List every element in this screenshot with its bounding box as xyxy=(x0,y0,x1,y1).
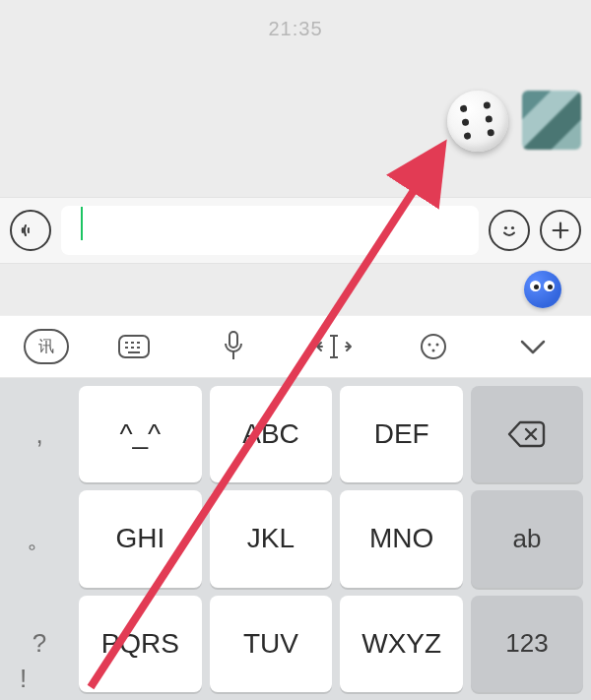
voice-input-button[interactable] xyxy=(10,210,51,251)
voice-waves-icon xyxy=(19,219,42,242)
key-def[interactable]: DEF xyxy=(340,386,463,482)
key-label: WXYZ xyxy=(361,628,441,660)
key-label: 。 xyxy=(27,522,52,556)
keyboard: , ^_^ ABC DEF 。 GHI JKL MNO ab ? PQRS TU… xyxy=(0,378,591,700)
face-icon xyxy=(419,332,448,361)
floating-emoji-button[interactable] xyxy=(524,271,561,308)
key-label: , xyxy=(35,419,42,450)
svg-point-10 xyxy=(427,344,430,347)
svg-point-9 xyxy=(422,335,445,358)
key-jkl[interactable]: JKL xyxy=(210,490,333,587)
chat-area: 21:35 xyxy=(0,0,591,197)
collapse-keyboard-button[interactable] xyxy=(498,325,567,368)
message-text-input[interactable] xyxy=(61,206,479,255)
key-label: ab xyxy=(513,524,542,554)
message-input-bar xyxy=(0,197,591,264)
backspace-icon xyxy=(506,418,548,450)
key-label: TUV xyxy=(243,628,298,660)
key-abc[interactable]: ABC xyxy=(210,386,333,482)
key-ghi[interactable]: GHI xyxy=(79,490,202,587)
key-label: 123 xyxy=(505,628,548,659)
key-label: PQRS xyxy=(101,628,179,660)
chevron-down-icon xyxy=(518,337,548,356)
key-exclaim[interactable]: ! xyxy=(20,664,27,694)
key-mode-ab[interactable]: ab xyxy=(471,490,583,587)
key-punct-group[interactable]: ? xyxy=(8,596,71,692)
avatar[interactable] xyxy=(522,91,581,150)
mic-icon xyxy=(221,330,246,363)
key-label: MNO xyxy=(369,523,433,554)
key-period[interactable]: 。 xyxy=(8,490,71,587)
keyboard-toolbar: 讯 xyxy=(0,315,591,378)
svg-rect-6 xyxy=(230,332,237,348)
cursor-control-button[interactable] xyxy=(299,325,368,368)
key-emoticon-text[interactable]: ^_^ xyxy=(79,386,202,482)
svg-point-1 xyxy=(511,226,514,229)
dice-pips xyxy=(455,98,499,143)
key-label: ! xyxy=(20,664,27,693)
ime-switch-label: 讯 xyxy=(38,337,54,357)
key-pqrs[interactable]: PQRS xyxy=(79,596,202,692)
smile-icon xyxy=(497,219,521,242)
outgoing-message xyxy=(447,91,581,152)
key-label: JKL xyxy=(247,523,295,554)
key-comma[interactable]: , xyxy=(8,386,71,482)
voice-typing-button[interactable] xyxy=(199,325,268,368)
emoji-button[interactable] xyxy=(489,210,530,251)
text-caret xyxy=(81,207,83,240)
dice-sticker[interactable] xyxy=(447,91,508,152)
key-label: ABC xyxy=(242,418,299,450)
keyboard-layout-button[interactable] xyxy=(99,325,168,368)
key-label: ? xyxy=(33,628,46,659)
attach-button[interactable] xyxy=(540,210,581,251)
key-backspace[interactable] xyxy=(471,386,583,482)
key-label: ^_^ xyxy=(119,418,161,450)
cursor-move-icon xyxy=(314,332,354,361)
svg-point-12 xyxy=(431,350,434,352)
key-mno[interactable]: MNO xyxy=(340,490,463,587)
key-label: GHI xyxy=(115,523,164,554)
keyboard-layout-icon xyxy=(117,333,151,360)
key-tuv[interactable]: TUV xyxy=(210,596,333,692)
ime-switch-button[interactable]: 讯 xyxy=(24,329,69,364)
chat-timestamp: 21:35 xyxy=(268,18,322,40)
svg-point-11 xyxy=(435,344,438,347)
svg-point-0 xyxy=(504,226,507,229)
plus-icon xyxy=(550,220,571,241)
key-label: DEF xyxy=(374,418,429,450)
key-mode-123[interactable]: 123 xyxy=(471,596,583,692)
key-wxyz[interactable]: WXYZ xyxy=(340,596,463,692)
emoticon-button[interactable] xyxy=(399,325,468,368)
